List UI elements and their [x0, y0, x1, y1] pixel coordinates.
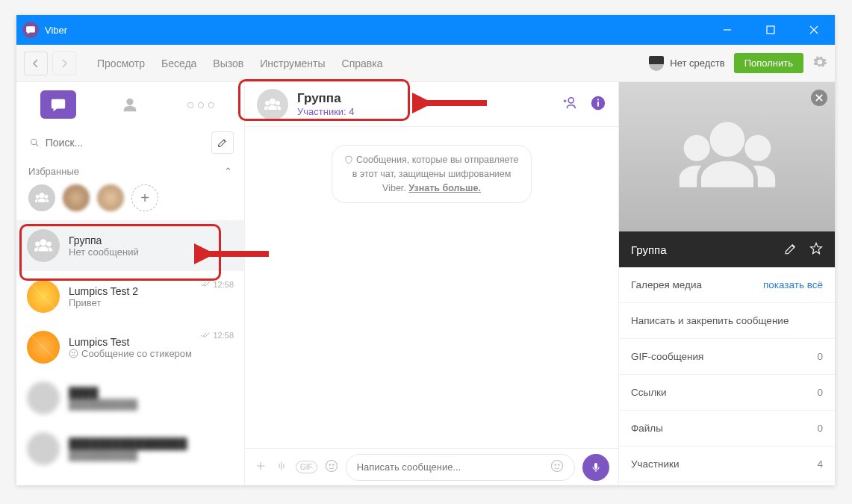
- chat-list-item[interactable]: Lumpics Test 2Привет12:58: [16, 271, 244, 322]
- compose-button[interactable]: [211, 131, 234, 154]
- message-input-wrapper[interactable]: [346, 454, 575, 481]
- chat-item-meta: 12:58: [201, 331, 234, 340]
- window-controls: [712, 15, 829, 45]
- info-row-label: Написать и закрепить сообщение: [631, 315, 789, 326]
- menu-call[interactable]: Вызов: [213, 57, 243, 69]
- svg-rect-13: [767, 26, 774, 34]
- chat-subtitle[interactable]: Участники: 4: [297, 106, 355, 117]
- favorite-avatar[interactable]: [63, 184, 90, 211]
- info-panel-image: [619, 82, 835, 231]
- info-row-value: 0: [817, 387, 823, 398]
- chat-list-item[interactable]: ГруппаНет сообщений: [16, 220, 244, 271]
- chat-title: Группа: [297, 91, 355, 106]
- tab-more[interactable]: ○○○: [184, 90, 220, 119]
- contact-avatar: [27, 280, 60, 313]
- nav-forward-button[interactable]: [52, 52, 76, 75]
- search-row: [16, 127, 244, 158]
- chevron-up-icon: ⌃: [224, 166, 232, 177]
- favorite-group-button[interactable]: [809, 242, 823, 258]
- app-window: Viber Просмотр Беседа Вызов Инструменты …: [16, 15, 835, 485]
- info-panel-titlebar: Группа: [619, 231, 835, 267]
- message-input[interactable]: [357, 461, 543, 473]
- sidebar-tabs: ○○○: [16, 82, 244, 127]
- info-panel-row[interactable]: Написать и закрепить сообщение: [619, 303, 835, 339]
- info-panel-row[interactable]: Галерея медиапоказать всё: [619, 267, 835, 303]
- chat-item-title: Группа: [69, 234, 234, 246]
- minimize-button[interactable]: [712, 15, 742, 45]
- menu-tools[interactable]: Инструменты: [260, 57, 325, 69]
- chat-list-item[interactable]: ██████████████████████████: [16, 423, 244, 474]
- search-input[interactable]: [46, 137, 204, 149]
- info-panel-row[interactable]: Файлы0: [619, 411, 835, 447]
- window-title: Viber: [45, 25, 67, 36]
- contact-avatar: [27, 432, 60, 465]
- encryption-notice: Сообщения, которые вы отправляете в этот…: [332, 145, 531, 203]
- chat-list-item[interactable]: ██████████████: [16, 373, 244, 423]
- chat-item-title: ████: [69, 387, 234, 399]
- sticker-button[interactable]: [325, 459, 338, 476]
- info-panel-row[interactable]: GIF-сообщения0: [619, 339, 835, 375]
- info-row-value: 0: [817, 351, 823, 362]
- info-row-label: Файлы: [631, 423, 663, 434]
- sticker-icon: [69, 349, 78, 358]
- favorites-row: +: [16, 181, 244, 220]
- attach-button[interactable]: [254, 459, 267, 476]
- info-row-label: Ссылки: [631, 387, 667, 398]
- chat-list-item[interactable]: Lumpics Test Сообщение со стикером12:58: [16, 322, 244, 373]
- content: ○○○ Избранные ⌃ + ГруппаНет сообщенийLum…: [16, 82, 835, 485]
- chat-item-subtitle: Нет сообщений: [69, 246, 234, 258]
- chat-item-subtitle: ██████████: [69, 449, 234, 461]
- favorite-add-button[interactable]: +: [131, 184, 158, 211]
- favorites-header[interactable]: Избранные ⌃: [16, 158, 244, 181]
- balance-indicator[interactable]: Нет средств: [649, 56, 724, 71]
- menu-conversation[interactable]: Беседа: [161, 57, 196, 69]
- menu-view[interactable]: Просмотр: [97, 57, 145, 69]
- gif-button[interactable]: GIF: [296, 461, 317, 473]
- group-avatar-icon: [27, 229, 60, 262]
- mic-button[interactable]: [582, 454, 609, 481]
- menu-help[interactable]: Справка: [342, 57, 383, 69]
- encryption-learn-more-link[interactable]: Узнать больше.: [408, 183, 481, 193]
- nav-back-button[interactable]: [24, 52, 48, 75]
- info-panel-title: Группа: [631, 243, 667, 256]
- info-row-label: Галерея медиа: [631, 279, 702, 290]
- chat-body: Сообщения, которые вы отправляете в этот…: [245, 127, 618, 448]
- info-panel-close-button[interactable]: [811, 90, 827, 106]
- tab-chats[interactable]: [40, 90, 76, 119]
- topup-button[interactable]: Пополнить: [734, 53, 803, 73]
- chat-item-subtitle: ██████████: [69, 399, 234, 410]
- search-input-wrapper[interactable]: [30, 137, 204, 149]
- info-panel-list: Галерея медиапоказать всёНаписать и закр…: [619, 267, 835, 485]
- chat-item-title: ████████████████: [69, 438, 234, 449]
- add-participant-button[interactable]: [562, 95, 578, 114]
- chat-header: Группа Участники: 4: [245, 82, 618, 127]
- favorite-avatar[interactable]: [97, 184, 124, 211]
- titlebar: Viber: [16, 15, 835, 45]
- chat-item-meta: 12:58: [201, 280, 234, 289]
- maximize-button[interactable]: [756, 15, 786, 45]
- composer: GIF: [245, 448, 618, 485]
- info-row-label: Участники: [631, 458, 680, 470]
- chat-avatar[interactable]: [257, 89, 288, 120]
- info-panel-row[interactable]: Ссылки0: [619, 375, 835, 411]
- info-row-action[interactable]: показать всё: [763, 279, 823, 290]
- favorite-avatar[interactable]: [28, 184, 55, 211]
- voice-message-button[interactable]: [275, 459, 288, 476]
- info-panel-row[interactable]: Участники4: [619, 447, 835, 482]
- wallet-icon: [649, 56, 664, 71]
- favorites-label: Избранные: [28, 166, 79, 177]
- menubar: Просмотр Беседа Вызов Инструменты Справк…: [16, 45, 835, 82]
- close-button[interactable]: [799, 15, 829, 45]
- chat-item-subtitle: Привет: [69, 297, 234, 308]
- contact-avatar: [27, 382, 60, 414]
- search-icon: [30, 137, 40, 148]
- info-row-value: 4: [817, 458, 823, 470]
- shield-icon: [344, 155, 353, 164]
- edit-group-button[interactable]: [784, 242, 797, 258]
- info-panel: Группа Галерея медиапоказать всёНаписать…: [618, 82, 835, 485]
- emoji-button[interactable]: [550, 459, 564, 475]
- tab-contacts[interactable]: [112, 90, 148, 119]
- chat-item-subtitle: Сообщение со стикером: [69, 348, 234, 359]
- info-button[interactable]: [590, 95, 606, 114]
- contact-avatar: [27, 331, 60, 364]
